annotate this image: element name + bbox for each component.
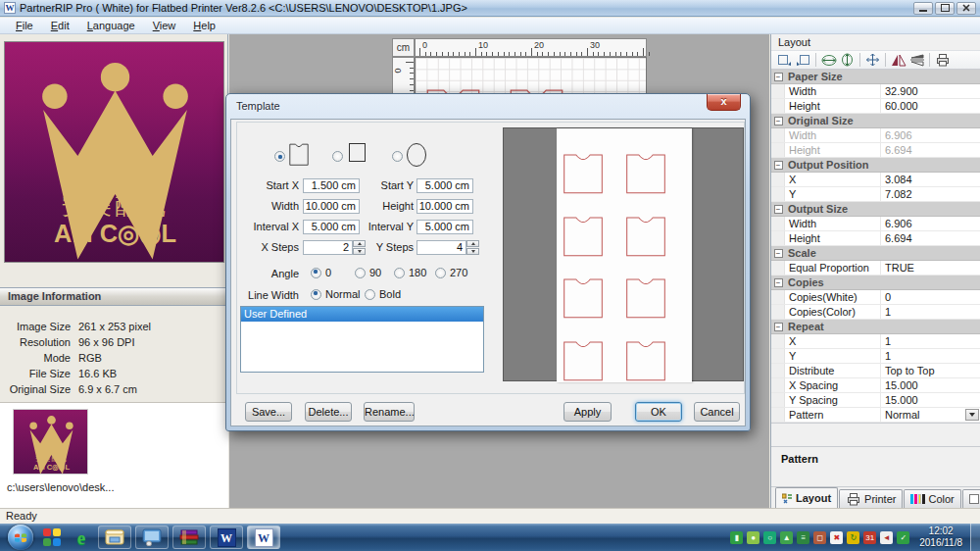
spinner-buttons[interactable] [466,240,479,255]
collapse-icon[interactable]: − [774,323,783,331]
property-row[interactable]: Copies(White)0 [771,290,980,305]
radio-icon[interactable] [435,268,446,278]
property-row[interactable]: DistributeTop to Top [771,364,980,378]
field-start-y[interactable]: 5.000 cm [416,178,473,193]
start-button[interactable] [8,525,33,550]
radio-icon[interactable] [311,289,321,300]
property-value[interactable]: Normal [881,408,980,422]
print-manager-button[interactable] [98,526,131,549]
template-listbox[interactable]: User Defined [240,306,484,373]
property-row[interactable]: X1 [771,334,980,349]
print-icon[interactable] [933,52,952,69]
dialog-close-button[interactable]: x [707,94,741,111]
property-row[interactable]: X Spacing15.000 [771,378,980,393]
tab-color[interactable]: Color [904,489,960,508]
property-section-header[interactable]: −Scale [771,246,980,261]
radio-icon[interactable] [394,268,405,278]
property-value[interactable]: 0 [881,290,980,304]
shape-radio-circle-shape[interactable] [392,151,403,162]
property-section-header[interactable]: −Copies [771,276,980,290]
property-value[interactable]: 1 [881,334,980,348]
bars-tray-icon[interactable]: ≡ [797,531,809,544]
thumbnail-image[interactable]: 安美酷玩AM C◎◎L [13,409,88,475]
center-both-icon[interactable] [863,52,882,69]
tab-layout[interactable]: Layout [775,487,838,508]
radio-icon[interactable] [311,268,321,278]
property-value[interactable]: 15.000 [881,393,980,407]
property-value[interactable]: 6.906 [881,128,980,142]
image-preview[interactable]: 安美酷玩AM C◎◎L [4,41,224,263]
property-section-header[interactable]: −Output Position [771,158,980,173]
collapse-icon[interactable]: − [774,73,783,81]
property-value[interactable]: 60.000 [881,99,980,113]
position-right-icon[interactable] [794,52,812,69]
update-tray-icon[interactable]: ↻ [847,531,859,544]
property-value[interactable]: 6.906 [881,217,980,230]
field-interval-y[interactable]: 5.000 cm [416,220,473,234]
center-vertical-icon[interactable] [838,52,857,69]
taskbar-clock[interactable]: 12:02 2016/11/8 [919,526,962,549]
property-value[interactable]: 15.000 [881,378,980,392]
property-value[interactable]: 3.084 [881,173,980,186]
ok-button[interactable]: OK [635,402,682,422]
winrar-button[interactable] [172,526,206,549]
collapse-icon[interactable]: − [774,278,783,287]
property-row[interactable]: Copies(Color)1 [771,305,980,320]
browser-e-icon[interactable]: e [69,526,94,549]
collapse-icon[interactable]: − [774,205,783,214]
property-value[interactable]: Top to Top [881,364,980,377]
ring-tray-icon[interactable]: ○ [763,531,776,544]
field-y-steps[interactable]: 4 [416,240,466,255]
property-value[interactable]: 6.694 [881,231,980,245]
property-row[interactable]: Y1 [771,349,980,364]
property-row[interactable]: Width6.906 [771,128,980,143]
menu-edit[interactable]: Edit [43,19,77,32]
spin-up-button[interactable] [466,240,479,247]
check-tray-icon[interactable]: ✓ [897,531,909,544]
property-row[interactable]: PatternNormal [771,408,980,423]
word-button[interactable]: W [210,526,243,549]
mute-tray-icon[interactable]: ◄ [880,531,893,544]
list-item[interactable]: User Defined [241,307,483,322]
tab-white[interactable]: White [962,489,980,508]
save-button[interactable]: Save... [245,402,292,422]
minimize-button[interactable] [913,2,933,15]
center-horizontal-icon[interactable] [819,52,838,69]
security-suite-icon[interactable] [39,526,65,549]
position-left-icon[interactable] [775,52,794,69]
flag-alert-tray-icon[interactable]: ✖ [830,531,843,544]
property-section-header[interactable]: −Original Size [771,114,980,128]
collapse-icon[interactable]: − [774,117,783,125]
radio-option-0[interactable]: 0 [311,267,331,278]
radio-option-90[interactable]: 90 [355,267,381,278]
tab-printer[interactable]: Printer [839,489,903,508]
collapse-icon[interactable]: − [774,249,783,258]
mirror-vertical-icon[interactable] [907,52,926,69]
shape-radio-notched-square-shape[interactable] [274,151,285,162]
property-row[interactable]: Height6.694 [771,143,980,158]
maximize-button[interactable] [935,2,955,15]
menu-view[interactable]: View [145,19,184,32]
spin-down-button[interactable] [353,248,366,255]
calendar-tray-icon[interactable]: 31 [863,531,876,544]
radio-icon[interactable] [365,289,375,300]
property-section-header[interactable]: −Output Size [771,202,980,217]
menu-language[interactable]: Language [79,19,143,32]
spinner-buttons[interactable] [353,240,366,255]
property-row[interactable]: Y Spacing15.000 [771,393,980,408]
property-section-header[interactable]: −Paper Size [771,70,980,84]
partnerrip-button[interactable]: W [247,526,280,549]
property-row[interactable]: Equal ProportionTRUE [771,261,980,276]
capture-tray-icon[interactable]: ◻ [813,531,826,544]
leaf-tray-icon[interactable]: ● [747,531,760,544]
property-value[interactable]: 6.694 [881,143,980,157]
mirror-horizontal-icon[interactable] [889,52,907,69]
shield-tray-icon[interactable]: ▲ [780,531,793,544]
property-section-header[interactable]: −Repeat [771,320,980,334]
property-row[interactable]: Height6.694 [771,231,980,246]
spin-down-button[interactable] [466,248,479,255]
property-value[interactable]: 7.082 [881,187,980,201]
cancel-button[interactable]: Cancel [694,402,740,422]
radio-icon[interactable] [355,268,366,278]
radio-option-270[interactable]: 270 [435,267,467,278]
